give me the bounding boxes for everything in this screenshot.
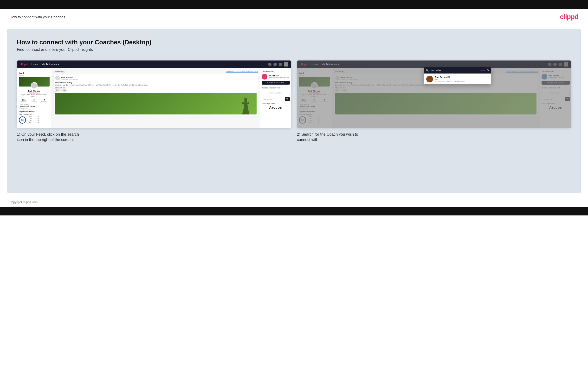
result-club: Sunningdale Golf Club, United Kingdom xyxy=(435,81,465,82)
feed-tab[interactable]: Feed xyxy=(19,72,24,75)
profile-avatar-1 xyxy=(31,82,37,89)
trackman-section-1: Upload a Trackman Test Trackman Link Add… xyxy=(262,87,290,101)
search-icon[interactable] xyxy=(268,63,272,66)
bar-putt: PUTT 96 xyxy=(29,122,39,123)
nav-icons xyxy=(268,62,288,66)
total-quality-label: Total Player Quality xyxy=(19,113,50,115)
coaches-title-1: Your Coaches xyxy=(262,70,290,72)
stat-activities: 131 Activities xyxy=(21,99,27,102)
search-modal: 🔍 Dan Davies CLEAR ✕ Dan Davies ✓ Pro xyxy=(424,67,491,84)
stat-following: 4 Following xyxy=(41,99,47,102)
result-avatar xyxy=(426,76,433,83)
search-icon-modal: 🔍 xyxy=(426,69,429,72)
profile-club-1: Royal North Devon Golf Club, United King… xyxy=(19,94,50,97)
bottom-bar xyxy=(0,207,588,215)
stat-followers-label: Followers xyxy=(31,101,37,102)
header: How to connect with your Coaches clippd xyxy=(0,9,588,24)
coach-item-1: David Ford Royal North Devon Golf Club xyxy=(262,74,290,80)
connect-label-1: Connect your data xyxy=(262,103,290,105)
main-subtitle: Find, connect and share your Clippd insi… xyxy=(17,47,571,52)
trackman-label-1: Upload a Trackman Test xyxy=(262,87,290,89)
screenshots-row: clippd Home My Performance Feed xyxy=(17,61,571,143)
stat-activities-num: 131 xyxy=(21,99,27,101)
trackman-add-btn[interactable]: Add Link xyxy=(285,97,290,101)
coach-club-1: Royal North Devon Golf Club xyxy=(269,77,289,79)
post-card-1: Blair McHarg Yesterday · Sunningdale Les… xyxy=(54,74,258,116)
post-image-1 xyxy=(55,93,257,114)
post-user-1: Blair McHarg xyxy=(61,76,78,78)
app-left-1: Feed Blair McHarg Plus Handicap Royal No… xyxy=(17,68,52,128)
profile-icon[interactable] xyxy=(273,63,277,66)
page-title: How to connect with your Coaches xyxy=(10,15,65,19)
stat-following-label: Following xyxy=(41,101,47,102)
coach-avatar-1 xyxy=(262,74,267,80)
nav-my-performance[interactable]: My Performance xyxy=(42,63,59,66)
footer: Copyright Clippd 2022 xyxy=(0,198,588,207)
profile-info-1: Blair McHarg Plus Handicap Royal North D… xyxy=(19,90,50,97)
user-avatar-icon[interactable] xyxy=(284,62,288,66)
arccos-logo: Arccos xyxy=(262,106,290,110)
stat-activities-label: Activities xyxy=(21,101,27,102)
settings-icon[interactable] xyxy=(279,63,282,66)
following-row-1: Following Control who can see your activ… xyxy=(54,70,258,73)
post-title-1: Lesson with Fordy xyxy=(55,82,257,84)
result-role: Pro xyxy=(435,78,465,81)
post-meta-1: Yesterday · Sunningdale xyxy=(61,78,78,80)
control-link[interactable]: Control who can see your activity and da… xyxy=(226,71,258,72)
profile-cover xyxy=(19,77,50,86)
stat-bars-1: OTT 90 APP 85 xyxy=(29,116,39,124)
connect-section-1: Connect your data Arccos xyxy=(262,103,290,110)
activity-date-1: 03 Aug 2022 xyxy=(19,108,50,110)
coach-name-1: David Ford xyxy=(269,75,289,77)
profile-name-1: Blair McHarg xyxy=(19,90,50,92)
verified-badge: ✓ xyxy=(448,76,450,78)
main-content: How to connect with your Coaches (Deskto… xyxy=(7,29,581,193)
result-info: Dan Davies ✓ Pro Sunningdale Golf Club, … xyxy=(435,76,465,82)
activity-title-1: Lesson with Fordy xyxy=(19,106,50,108)
caption-1: 1) On your Feed, click on the searchicon… xyxy=(17,132,291,143)
tag-app: APP xyxy=(61,89,67,92)
screenshot-frame-1: clippd Home My Performance Feed xyxy=(17,61,291,128)
bar-arg: ARG 86 xyxy=(29,120,39,121)
post-avatar-1 xyxy=(55,76,60,81)
perf-section-1: Player Performance Total Player Quality … xyxy=(19,111,50,124)
screenshot-panel-1: clippd Home My Performance Feed xyxy=(17,61,291,143)
perf-title-1: Player Performance xyxy=(19,111,50,112)
header-divider xyxy=(0,24,588,24)
bar-ott: OTT 90 xyxy=(29,116,39,118)
search-result-item[interactable]: Dan Davies ✓ Pro Sunningdale Golf Club, … xyxy=(424,74,491,84)
stat-followers: 3 Followers xyxy=(31,99,37,102)
profile-handicap-1: Plus Handicap xyxy=(19,92,50,94)
nav-home[interactable]: Home xyxy=(31,63,38,66)
profile-stats-1: 131 Activities 3 Followers 4 Following xyxy=(19,99,50,102)
screenshot-panel-2: clippd Home My Performance Feed xyxy=(297,61,571,143)
post-header-1: Blair McHarg Yesterday · Sunningdale xyxy=(55,76,257,81)
app-right-1: Your Coaches David Ford Royal North Devo… xyxy=(260,68,291,128)
post-duration-1: 01 hr : 30 min xyxy=(55,87,257,89)
app-body-1: Feed Blair McHarg Plus Handicap Royal No… xyxy=(17,68,291,128)
post-tags-1: OTT APP xyxy=(55,89,257,92)
app-nav-1: clippd Home My Performance xyxy=(17,61,291,68)
main-title: How to connect with your Coaches (Deskto… xyxy=(17,38,571,46)
trackman-input-row: Add Link xyxy=(262,97,290,101)
tag-ott: OTT xyxy=(55,89,61,92)
trackman-box-1: Trackman Link xyxy=(262,90,290,96)
golfer-silhouette xyxy=(240,98,252,114)
clear-button[interactable]: CLEAR xyxy=(479,69,485,72)
latest-activity-label: Latest Activity xyxy=(19,104,50,106)
copyright: Copyright Clippd 2022 xyxy=(10,201,38,204)
search-input-display[interactable]: Dan Davies xyxy=(430,69,478,72)
stat-followers-num: 3 xyxy=(31,99,37,101)
caption-2: 2) Search for the Coach you wish toconne… xyxy=(297,132,571,143)
stat-following-num: 4 xyxy=(41,99,47,101)
manage-coaches-btn[interactable]: Manage Your Coaches xyxy=(262,81,290,85)
bar-app: APP 85 xyxy=(29,118,39,120)
search-bar-row: 🔍 Dan Davies CLEAR ✕ xyxy=(424,67,491,74)
result-name: Dan Davies ✓ xyxy=(435,76,465,78)
top-bar xyxy=(0,0,588,9)
trackman-input[interactable] xyxy=(262,97,284,101)
score-circle-1: 92 xyxy=(19,116,26,124)
logo: clippd xyxy=(560,13,578,21)
following-btn[interactable]: Following xyxy=(54,70,65,73)
close-search-button[interactable]: ✕ xyxy=(487,69,489,72)
